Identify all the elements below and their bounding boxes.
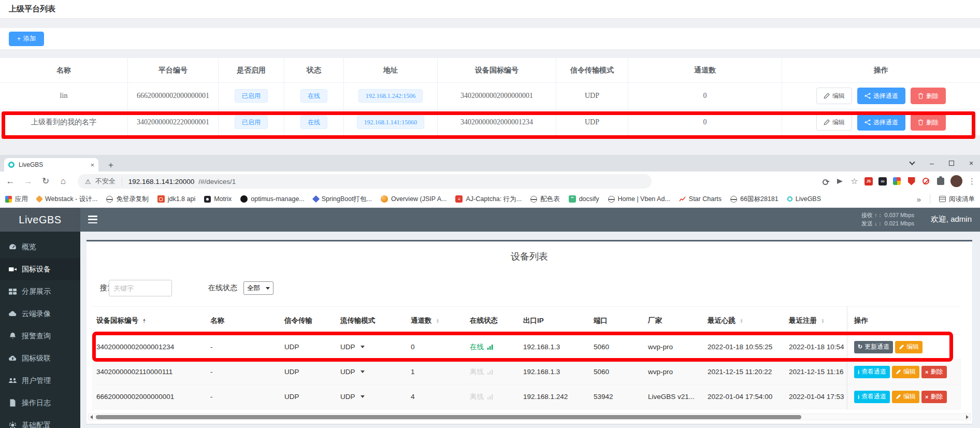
bookmark-ajcaptcha[interactable]: ≡AJ-Captcha: 行为... [455,195,522,204]
send-icon[interactable] [835,177,844,186]
scroll-right-icon[interactable] [966,415,969,419]
browser-tab[interactable]: LiveGBS × [4,158,98,172]
maximize-button[interactable] [947,159,956,168]
sidebar-item-overview[interactable]: 概览 [0,236,80,258]
reload-icon[interactable]: ↻ [38,174,53,189]
column-header-register[interactable]: 最近注册▲▼ [785,307,847,334]
js-extension-icon[interactable]: JS [864,177,873,186]
delete-button[interactable]: ×删除 [921,391,946,403]
exit-ip: 192.168.1.3 [519,335,589,359]
key-icon[interactable] [821,177,830,186]
home-icon[interactable]: ⌂ [56,174,70,189]
scrollbar-thumb[interactable] [96,415,801,419]
share-icon [864,93,871,99]
edit-button[interactable]: 编辑 [892,366,919,378]
bookmark-starcharts[interactable]: Star Charts [679,195,722,203]
window-controls: – × [907,155,976,172]
grid-extension-icon[interactable] [892,177,901,186]
stream-mode-dropdown[interactable]: UDP [336,384,407,409]
minimize-button[interactable]: – [927,159,936,168]
shield-extension-icon[interactable] [907,177,916,186]
warning-icon[interactable]: ⚠ [85,178,91,186]
view-channels-button[interactable]: i查看通道 [854,366,890,378]
sidebar-item-devices[interactable]: 国标设备 [0,258,80,280]
column-header: 设备国标编号 [438,58,556,83]
bookmark-springboot[interactable]: SpringBoot打包... [313,195,372,204]
select-channels-button[interactable]: 选择通道 [857,88,905,104]
sidebar-item-split-screen[interactable]: 分屏展示 [0,280,80,303]
delete-button[interactable]: 删除 [911,88,946,104]
column-header-gbid[interactable]: 设备国标编号▲▼ [92,307,206,334]
sort-icon[interactable]: ▲▼ [142,318,146,323]
sort-icon[interactable]: ▲▼ [821,318,825,323]
bookmark-apps[interactable]: 应用 [5,195,28,204]
bookmark-docsify[interactable]: ••docsify [569,195,599,203]
stream-mode-dropdown[interactable]: UDP [336,335,407,359]
view-channels-button[interactable]: i查看通道 [854,391,890,403]
close-button[interactable]: × [967,159,976,168]
online-status[interactable]: 在线 [466,335,519,359]
bookmark-gb28181[interactable]: 66国标28181 [730,195,779,204]
sort-icon[interactable]: ▲▼ [740,318,743,323]
bookmark-colors[interactable]: 配色表 [530,195,560,204]
stream-mode-dropdown[interactable]: UDP [336,360,407,384]
bookmark-star-icon[interactable]: ☆ [850,177,859,186]
edit-button[interactable]: 编辑 [816,88,852,104]
bookmark-overview[interactable]: Overview (JSIP A... [381,195,446,203]
tab-strip: LiveGBS × + – × [0,155,980,172]
welcome-user[interactable]: 欢迎, admin [931,215,972,224]
puzzle-extensions-icon[interactable] [936,177,945,186]
enabled-cell: 已启用 [219,109,284,136]
column-header-channels[interactable]: 通道数▲▼ [407,307,466,334]
operations-column: 操作 ↻更新通道 编辑 i查看通道 编辑 ×删除 i查看通道 编辑 ×删除 [847,306,961,409]
bookmark-livegbs[interactable]: LiveGBS [787,195,821,203]
sidebar-item-users[interactable]: 用户管理 [0,369,80,392]
search-input[interactable] [109,280,172,296]
sidebar-item-settings[interactable]: 基础配置 [0,414,80,428]
profile-avatar[interactable] [950,175,962,187]
bookmark-motrix[interactable]: Motrix [204,195,232,203]
tab-search-icon[interactable] [907,159,917,168]
address-bar: ← → ↻ ⌂ ⚠ 不安全 192.168.1.141:20000/#/devi… [0,172,980,191]
bookmark-vben[interactable]: Home | Vben Ad... [608,195,670,203]
update-channels-button[interactable]: ↻更新通道 [854,341,893,353]
hamburger-menu-icon[interactable] [88,216,97,223]
delete-button[interactable]: 删除 [911,114,946,131]
table-header-row: 名称 平台编号 是否启用 状态 地址 设备国标编号 信令传输模式 通道数 操作 [0,58,980,83]
app-logo[interactable]: LiveGBS [0,208,80,232]
back-icon[interactable]: ← [3,174,18,189]
horizontal-scrollbar[interactable] [88,413,971,420]
sidebar-item-cascade[interactable]: 国标级联 [0,347,80,369]
bookmark-jdk[interactable]: jdk1.8 api [157,195,196,203]
sidebar-item-alarms[interactable]: 报警查询 [0,325,80,347]
new-tab-button[interactable]: + [105,159,117,172]
url-omnibox[interactable]: ⚠ 不安全 192.168.1.141:20000/#/devices/1 [78,174,652,189]
sidebar-item-cloud-record[interactable]: 云端录像 [0,303,80,325]
sidebar: 概览 国标设备 分屏展示 云端录像 报警查询 国标级联 用户管理 操作日志 基础… [0,232,80,428]
column-header-heartbeat[interactable]: 最近心跳▲▼ [703,307,785,334]
bookmarks-overflow-icon[interactable]: » [917,195,921,204]
forward-icon[interactable]: → [21,174,35,189]
sidebar-item-logs[interactable]: 操作日志 [0,392,80,414]
tab-close-icon[interactable]: × [90,161,94,169]
infinity-extension-icon[interactable]: ∞ [878,177,887,186]
scroll-left-icon[interactable] [90,415,93,419]
bookmark-webstack[interactable]: Webstack - 设计... [37,195,97,204]
bookmark-copy[interactable]: 免登录复制 [106,195,149,204]
add-button[interactable]: +添加 [9,32,44,46]
browser-menu-icon[interactable]: ⋮ [968,177,976,186]
online-status-select[interactable]: 全部 [243,281,273,295]
device-name: - [206,335,280,359]
sort-icon[interactable]: ▲▼ [436,318,440,323]
edit-button[interactable]: 编辑 [892,391,919,403]
bookmark-optimus[interactable]: optimus-manage... [240,195,305,203]
select-channels-button[interactable]: 选择通道 [857,114,905,131]
main-content: 设备列表 搜索 在线状态 全部 设备国标编号▲▼ 名称 信令传输 流传输模式 通… [80,232,980,428]
bookmarks-bar: 应用 Webstack - 设计... 免登录复制 jdk1.8 api Mot… [0,191,980,208]
edit-button[interactable]: 编辑 [895,341,923,353]
edit-button[interactable]: 编辑 [816,114,852,131]
blocker-extension-icon[interactable] [921,177,930,186]
delete-button[interactable]: ×删除 [921,366,946,378]
divider [930,194,930,204]
reading-list-button[interactable]: 阅读清单 [939,195,975,204]
